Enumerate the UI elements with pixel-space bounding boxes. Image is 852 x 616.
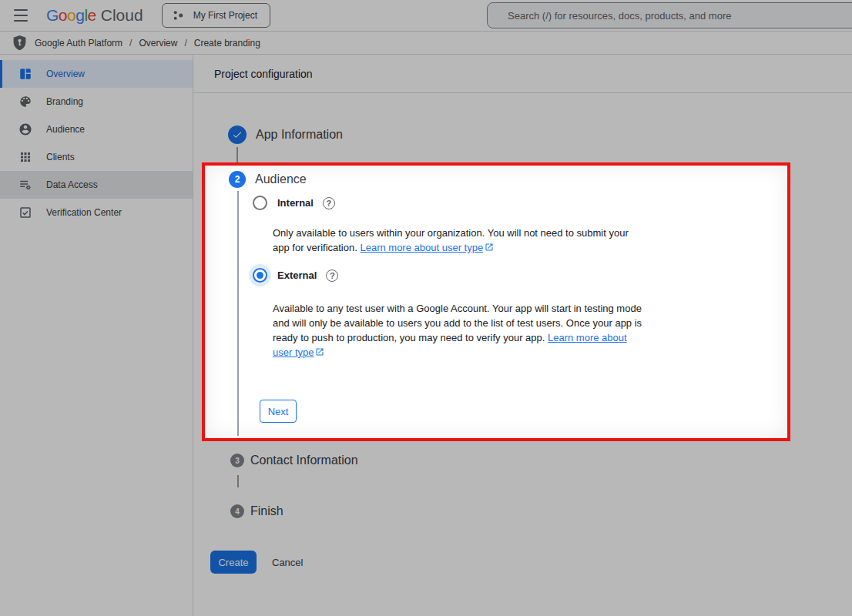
step-number-badge: 2 <box>229 171 246 188</box>
create-button[interactable]: Create <box>210 551 257 574</box>
breadcrumb-item[interactable]: Overview <box>139 38 177 49</box>
step-label: Audience <box>255 172 307 186</box>
dashboard-icon <box>18 67 32 81</box>
breadcrumb-separator: / <box>184 38 186 49</box>
sidebar-item-label: Data Access <box>46 179 98 190</box>
search-bar <box>487 2 852 28</box>
checkbox-icon <box>18 206 32 219</box>
external-radio[interactable] <box>253 268 267 283</box>
google-cloud-logo: GoogleCloud <box>46 6 143 25</box>
sidebar-item-audience[interactable]: Audience <box>0 116 193 143</box>
page-title: Project configuration <box>214 68 313 80</box>
sidebar-item-label: Clients <box>46 152 75 162</box>
external-link-icon <box>485 241 494 250</box>
step-label: Contact Information <box>250 454 358 467</box>
menu-icon[interactable] <box>12 8 31 22</box>
logo-letter: o <box>59 6 67 24</box>
step-label: Finish <box>250 504 283 518</box>
list-gear-icon <box>18 178 32 192</box>
next-button[interactable]: Next <box>260 400 297 423</box>
audience-option-external: External ? <box>253 268 338 283</box>
sidebar-item-overview[interactable]: Overview <box>0 60 193 88</box>
sidebar-item-label: Verification Center <box>46 207 122 218</box>
breadcrumb-item-current: Create branding <box>194 38 260 49</box>
internal-radio-label: Internal <box>277 197 314 209</box>
project-selector[interactable]: My First Project <box>162 3 270 28</box>
auth-platform-shield-icon <box>12 35 27 51</box>
sidebar-item-data-access[interactable]: Data Access <box>0 171 193 199</box>
search-input[interactable] <box>487 2 852 28</box>
internal-description: Only available to users within your orga… <box>273 226 648 255</box>
sidebar: Overview Branding Audience Clients <box>0 55 193 616</box>
sidebar-item-label: Overview <box>46 69 85 79</box>
person-icon <box>18 122 32 136</box>
logo-cloud-text: Cloud <box>101 6 143 24</box>
logo-letter: e <box>88 6 96 24</box>
step-contact-information: 3 Contact Information <box>230 454 358 467</box>
logo-letter: g <box>75 6 84 24</box>
form-actions: Create Cancel <box>210 551 303 574</box>
step-label: App Information <box>256 128 343 142</box>
stepper-connector <box>237 475 239 487</box>
step-finish: 4 Finish <box>230 504 283 518</box>
cancel-button[interactable]: Cancel <box>272 557 303 568</box>
external-description: Available to any test user with a Google… <box>273 301 648 360</box>
palette-icon <box>18 95 32 109</box>
sidebar-item-label: Audience <box>46 124 85 135</box>
logo-letter: o <box>67 6 75 24</box>
google-cloud-console: GoogleCloud My First Project Google Auth… <box>0 0 852 616</box>
sidebar-item-branding[interactable]: Branding <box>0 88 193 116</box>
help-icon[interactable]: ? <box>326 270 338 282</box>
learn-more-link[interactable]: Learn more about user type <box>360 242 483 253</box>
content-header: Project configuration <box>193 55 852 93</box>
project-icon <box>170 8 186 23</box>
project-configuration-stepper: App Information 2 Audience Internal ? On… <box>193 93 852 616</box>
sidebar-item-verification-center[interactable]: Verification Center <box>0 199 193 226</box>
apps-grid-icon <box>18 150 32 164</box>
topbar: GoogleCloud My First Project <box>0 0 852 32</box>
step-completed-check-icon <box>228 126 247 144</box>
logo-letter: G <box>46 6 59 24</box>
external-link-icon <box>315 346 324 355</box>
step-number-badge: 4 <box>230 504 244 518</box>
sidebar-item-clients[interactable]: Clients <box>0 143 193 171</box>
breadcrumb-bar: Google Auth Platform / Overview / Create… <box>0 32 852 55</box>
step-app-information: App Information <box>228 126 343 144</box>
help-icon[interactable]: ? <box>323 197 335 209</box>
stepper-connector <box>236 147 238 163</box>
project-name: My First Project <box>193 10 257 21</box>
audience-option-internal: Internal ? <box>253 196 335 210</box>
stepper-connector <box>237 191 239 436</box>
breadcrumb-separator: / <box>129 38 132 49</box>
breadcrumb-item[interactable]: Google Auth Platform <box>35 38 122 49</box>
step-number-badge: 3 <box>230 454 244 467</box>
internal-radio[interactable] <box>253 196 267 210</box>
step-audience: 2 Audience <box>229 171 307 188</box>
breadcrumb: Google Auth Platform / Overview / Create… <box>35 38 260 49</box>
external-radio-label: External <box>277 270 317 281</box>
sidebar-item-label: Branding <box>46 96 83 107</box>
